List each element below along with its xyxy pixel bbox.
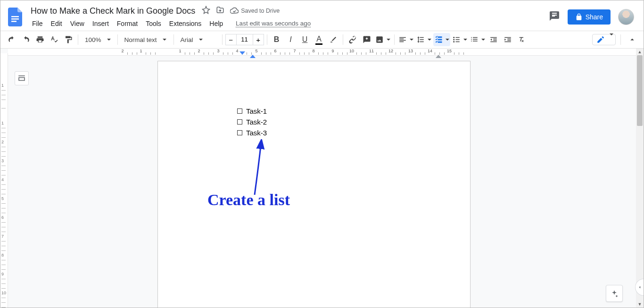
text-color-icon[interactable]: A — [313, 33, 326, 46]
menu-edit[interactable]: Edit — [48, 18, 66, 29]
outline-toggle-icon[interactable] — [15, 71, 29, 85]
menu-view[interactable]: View — [67, 18, 88, 29]
svg-point-3 — [453, 37, 454, 38]
redo-icon[interactable] — [19, 33, 33, 46]
bulleted-list-icon[interactable] — [451, 33, 468, 46]
docs-logo[interactable] — [6, 8, 25, 26]
indent-increase-icon[interactable] — [501, 33, 514, 46]
zoom-select[interactable]: 100% — [81, 33, 115, 46]
menu-help[interactable]: Help — [206, 18, 226, 29]
list-item[interactable]: Task-1 — [237, 106, 267, 117]
print-icon[interactable] — [33, 33, 47, 46]
list-item[interactable]: Task-2 — [237, 117, 267, 127]
vertical-scrollbar[interactable]: ▲ ▼ — [636, 49, 644, 308]
italic-icon[interactable]: I — [284, 33, 297, 46]
menu-insert[interactable]: Insert — [89, 18, 112, 29]
svg-rect-0 — [11, 16, 19, 17]
checklist-icon[interactable] — [433, 33, 450, 46]
highlight-icon[interactable] — [327, 33, 340, 46]
account-avatar[interactable] — [618, 9, 634, 25]
explore-button[interactable] — [606, 285, 623, 302]
page-content[interactable]: Task-1 Task-2 Task-3 — [237, 106, 267, 138]
checkbox-icon[interactable] — [237, 108, 242, 114]
menu-extensions[interactable]: Extensions — [166, 18, 205, 29]
font-size-increase[interactable]: + — [253, 34, 264, 45]
checkbox-icon[interactable] — [237, 130, 242, 135]
numbered-list-icon[interactable] — [469, 33, 486, 46]
indent-decrease-icon[interactable] — [487, 33, 500, 46]
annotation-text: Create a list — [207, 191, 290, 209]
line-spacing-icon[interactable] — [415, 33, 432, 46]
bold-icon[interactable]: B — [270, 33, 283, 46]
toolbar: 100% Normal text Arial − 11 + B I U A — [0, 31, 644, 49]
font-size-value[interactable]: 11 — [237, 34, 253, 45]
checkbox-icon[interactable] — [237, 119, 242, 125]
undo-icon[interactable] — [5, 33, 18, 46]
annotation-arrow — [250, 139, 278, 196]
star-icon[interactable] — [202, 6, 210, 16]
svg-rect-1 — [11, 18, 19, 20]
insert-link-icon[interactable] — [346, 33, 359, 46]
vertical-ruler[interactable]: 112345678910 — [0, 53, 8, 308]
align-icon[interactable] — [397, 33, 414, 46]
document-canvas: 21123456789101112131415 112345678910 Tas… — [0, 49, 636, 308]
insert-comment-icon[interactable] — [360, 33, 373, 46]
move-icon[interactable] — [216, 6, 224, 16]
menu-format[interactable]: Format — [114, 18, 141, 29]
hide-menus-icon[interactable] — [626, 33, 639, 46]
horizontal-ruler[interactable]: 21123456789101112131415 — [8, 49, 636, 56]
scroll-down-icon[interactable]: ▼ — [636, 301, 644, 308]
editing-mode[interactable] — [592, 34, 616, 45]
svg-point-4 — [453, 39, 454, 41]
doc-title[interactable]: How to Make a Check Mark in Google Docs — [29, 5, 197, 17]
clear-formatting-icon[interactable] — [515, 33, 528, 46]
underline-icon[interactable]: U — [298, 33, 312, 46]
scroll-thumb[interactable] — [637, 55, 643, 126]
page[interactable]: Task-1 Task-2 Task-3 Create a list — [157, 61, 471, 308]
font-size: − 11 + — [225, 34, 264, 45]
svg-rect-2 — [11, 21, 17, 22]
menu-tools[interactable]: Tools — [142, 18, 165, 29]
style-select[interactable]: Normal text — [121, 33, 171, 46]
spellcheck-icon[interactable] — [48, 33, 61, 46]
svg-point-5 — [453, 41, 454, 42]
paint-format-icon[interactable] — [62, 33, 75, 46]
comments-icon[interactable] — [549, 10, 560, 24]
insert-image-icon[interactable] — [374, 33, 391, 46]
menu-bar: File Edit View Insert Format Tools Exten… — [29, 18, 549, 29]
last-edit-link[interactable]: Last edit was seconds ago — [232, 18, 314, 29]
scroll-up-icon[interactable]: ▲ — [636, 49, 644, 55]
list-item[interactable]: Task-3 — [237, 127, 267, 138]
font-select[interactable]: Arial — [177, 33, 219, 46]
save-state[interactable]: Saved to Drive — [230, 7, 280, 15]
share-button[interactable]: Share — [568, 9, 611, 25]
font-size-decrease[interactable]: − — [225, 34, 237, 45]
menu-file[interactable]: File — [29, 18, 46, 29]
